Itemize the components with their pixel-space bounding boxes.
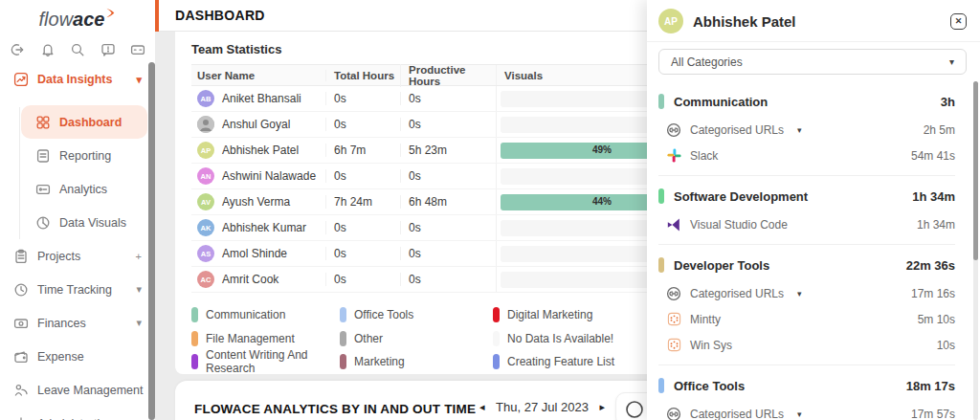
app-label: Slack: [690, 149, 718, 163]
sidebar-item-dashboard[interactable]: Dashboard: [21, 105, 147, 139]
sidebar-item-label: Projects: [37, 250, 80, 263]
sidebar-item-finances[interactable]: Finances▾: [0, 306, 155, 340]
category-color-pill: [658, 188, 664, 204]
user-cell: ABAniket Bhansali: [191, 90, 325, 107]
bar-percent-label: 44%: [592, 196, 612, 207]
sidebar-item-label: Reporting: [59, 149, 111, 163]
panel-user-name: Abhishek Patel: [693, 13, 950, 30]
productive-hours: 5h 23m: [400, 144, 496, 157]
legend-item: File Management: [191, 327, 340, 351]
sidebar-item-label: Data Visuals: [59, 216, 126, 230]
app-row[interactable]: Categorised URLs▾17m 57s: [658, 401, 955, 420]
total-hours: 6h 7m: [325, 144, 400, 157]
category-filter-select[interactable]: All Categories ▾: [658, 49, 967, 75]
legend-label: Content Writing And Research: [206, 348, 340, 375]
sidebar-item-data-insights[interactable]: Data Insights▾: [0, 65, 155, 94]
chevron-icon[interactable]: ▾: [136, 317, 142, 329]
sidebar-item-label: Time Tracking: [37, 283, 112, 297]
shortcuts-icon[interactable]: [128, 40, 147, 59]
avatar: AP: [197, 142, 214, 159]
sidebar-item-time-tracking[interactable]: Time Tracking▾: [0, 273, 155, 306]
category-color-pill: [658, 94, 664, 109]
legend-item: Marketing: [340, 350, 493, 374]
logo-text-light: flow: [39, 9, 74, 30]
app-time: 5m 10s: [918, 313, 955, 326]
prev-day-button[interactable]: ◂: [474, 401, 491, 413]
user-name: Ashwini Nalawade: [222, 169, 316, 183]
avatar: AK: [197, 219, 214, 236]
legend-swatch: [191, 354, 198, 369]
feedback-icon[interactable]: [99, 40, 118, 59]
productive-hours: 0s: [400, 221, 496, 234]
close-icon[interactable]: ✕: [950, 13, 967, 30]
link-icon: [666, 286, 681, 301]
chevron-icon[interactable]: ▾: [136, 283, 142, 296]
app-time: 10s: [937, 339, 955, 352]
category-filter-value: All Categories: [671, 55, 949, 69]
user-detail-panel: AP Abhishek Patel ✕ All Categories ▾ Com…: [647, 0, 980, 420]
reporting-icon: [35, 148, 51, 164]
col-productive-hours: Productive Hours: [400, 64, 496, 87]
sidebar-item-leave-management[interactable]: Leave Management: [0, 373, 155, 407]
next-day-button[interactable]: ▸: [594, 401, 612, 413]
chevron-down-icon[interactable]: ▾: [797, 125, 802, 135]
logout-icon[interactable]: [8, 40, 27, 59]
app-row[interactable]: Categorised URLs▾2h 5m: [658, 117, 955, 143]
sidebar-item-projects[interactable]: Projects+: [0, 239, 155, 273]
category-sections: Communication3hCategorised URLs▾2h 5mSla…: [647, 75, 980, 420]
notifications-icon[interactable]: [38, 40, 57, 59]
col-user-name: User Name: [191, 70, 325, 81]
user-name: Abhishek Kumar: [222, 221, 306, 234]
panel-scrollbar-thumb[interactable]: [973, 81, 978, 260]
legend-swatch: [191, 307, 198, 322]
chevron-icon[interactable]: ▾: [136, 74, 142, 86]
legend-label: Creating Feature List: [507, 355, 614, 368]
app-time: 2h 5m: [924, 123, 955, 137]
category-color-pill: [658, 378, 664, 393]
app-time: 17m 16s: [911, 287, 955, 300]
app-row[interactable]: Win Sys10s: [658, 332, 955, 358]
app-row[interactable]: Categorised URLs▾17m 16s: [658, 280, 955, 306]
header-accent-bar: [155, 0, 159, 32]
app-row[interactable]: Mintty5m 10s: [658, 306, 955, 332]
sidebar-item-label: Leave Management: [37, 384, 144, 397]
plus-icon[interactable]: +: [136, 251, 142, 262]
user-cell: AKAbhishek Kumar: [191, 219, 325, 236]
date-navigator: ◂ Thu, 27 Jul 2023 ▸: [474, 400, 611, 414]
avatar: AS: [197, 245, 214, 262]
user-cell: ANAshwini Nalawade: [191, 167, 325, 185]
sidebar-nav-root: Data Insights▾: [0, 65, 155, 94]
sidebar-item-label: Administration: [37, 417, 113, 420]
flowace-logo[interactable]: flowace: [0, 8, 155, 31]
user-cell: AVAyush Verma: [191, 193, 325, 210]
user-cell: ASAmol Shinde: [191, 245, 325, 262]
app-label: Categorised URLs: [690, 408, 784, 420]
avatar: AC: [197, 271, 214, 288]
app-row[interactable]: Visual Studio Code1h 34m: [658, 211, 955, 237]
sidebar-item-administration[interactable]: Administration: [0, 407, 155, 420]
category-name: Communication: [674, 95, 941, 109]
legend-item: Office Tools: [340, 303, 493, 327]
administration-icon: [13, 416, 29, 420]
sidebar-item-reporting[interactable]: Reporting: [21, 139, 147, 172]
category-total-time: 1h 34m: [912, 189, 955, 204]
app-window: flowace Data Insights▾ DashboardReportin…: [0, 0, 980, 420]
slack-icon: [666, 148, 681, 164]
sidebar-scrollbar[interactable]: [148, 62, 155, 420]
app-row[interactable]: Slack54m 41s: [658, 143, 955, 168]
sidebar-item-data-visuals[interactable]: Data Visuals: [21, 206, 147, 239]
sidebar-item-expense[interactable]: Expense: [0, 340, 155, 373]
productive-hours: 0s: [400, 273, 496, 286]
productive-hours: 0s: [400, 169, 496, 183]
category-total-time: 18m 17s: [906, 379, 955, 393]
chevron-down-icon[interactable]: ▾: [797, 409, 802, 419]
chevron-down-icon[interactable]: ▾: [797, 289, 802, 298]
legend-label: Office Tools: [354, 308, 413, 321]
avatar-photo: [197, 116, 214, 133]
search-icon[interactable]: [68, 40, 87, 59]
category-name: Office Tools: [674, 379, 906, 393]
sidebar-item-analytics[interactable]: Analytics: [21, 172, 147, 206]
user-cell: ACAmrit Cook: [191, 271, 325, 288]
user-cell: Anshul Goyal: [191, 116, 325, 133]
user-name: Amol Shinde: [222, 247, 287, 260]
